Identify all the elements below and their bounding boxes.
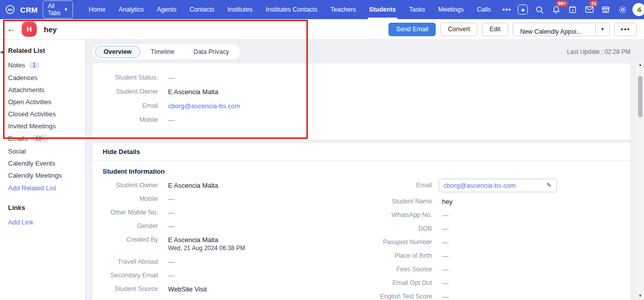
- sidebar-item-invited-meetings[interactable]: Invited Meetings: [8, 123, 85, 129]
- nav-item-calls[interactable]: Calls: [470, 0, 498, 19]
- field-value[interactable]: cborg@ascencia-bs.com: [168, 102, 240, 110]
- send-email-button[interactable]: Send Email: [388, 23, 436, 36]
- field-label: Student Owner: [93, 181, 158, 190]
- field-row-dob: DOB—: [362, 224, 631, 233]
- field-row-other-mobile-no: Other Mobile No.—: [93, 208, 362, 217]
- hide-details-toggle[interactable]: Hide Details: [93, 143, 630, 161]
- calendar-icon: [569, 6, 577, 14]
- gear-icon: [618, 6, 627, 14]
- search-button[interactable]: [533, 3, 546, 16]
- nav-item-meetings[interactable]: Meetings: [432, 0, 470, 19]
- record-tabs: OverviewTimelineData Privacy: [93, 44, 240, 59]
- scroll-down-icon[interactable]: ▼: [638, 291, 642, 300]
- notifications-button[interactable]: 99+: [549, 3, 562, 16]
- links-title: Links: [8, 204, 85, 211]
- field-row-student-source: Student SourceWebSite Visit: [93, 285, 362, 293]
- sidebar-item-label: Calendly Meetings: [8, 172, 62, 179]
- field-label: Fees Source: [362, 265, 432, 274]
- sidebar-item-closed-activities[interactable]: Closed Activities: [8, 111, 85, 117]
- calendar-button[interactable]: [566, 3, 579, 16]
- record-more-actions-button[interactable]: •••: [614, 23, 637, 36]
- field-row-email: Emailcborg@ascencia-bs.com: [93, 102, 630, 110]
- sidebar-item-open-activities[interactable]: Open Activities: [8, 99, 85, 105]
- field-value: —: [168, 116, 175, 124]
- field-label: Student Name: [362, 197, 432, 206]
- sidebar-item-social[interactable]: Social: [8, 148, 85, 155]
- settings-button[interactable]: [616, 3, 629, 16]
- nav-item-home[interactable]: Home: [82, 0, 112, 19]
- nav-menu: HomeAnalyticsAgentsContactsInstitutesIns…: [82, 0, 497, 19]
- field-label: DOB: [362, 224, 432, 233]
- tab-timeline[interactable]: Timeline: [142, 46, 183, 58]
- tab-data-privacy[interactable]: Data Privacy: [185, 46, 237, 58]
- tab-overview[interactable]: Overview: [95, 46, 140, 58]
- back-arrow-icon[interactable]: ←: [7, 24, 16, 34]
- calendly-dropdown-caret[interactable]: ▼: [595, 23, 610, 36]
- all-tabs-dropdown[interactable]: All Tabs▼: [43, 1, 73, 19]
- sidebar-item-emails[interactable]: Emails10+: [8, 135, 85, 142]
- add-link-link[interactable]: Add Link: [8, 218, 85, 226]
- nav-item-students[interactable]: Students: [363, 0, 403, 19]
- field-label: WhatsApp No.: [362, 211, 432, 219]
- edit-button[interactable]: Edit: [482, 23, 508, 36]
- field-value: —: [442, 252, 449, 260]
- field-row-place-of-birth: Place of Birth—: [362, 252, 631, 260]
- new-calendly-appointment-button[interactable]: New Calendly Appoi...: [513, 23, 595, 36]
- edit-pencil-icon[interactable]: ✎: [546, 181, 551, 190]
- record-header: ← H hey Send Email Convert Edit New Cale…: [0, 19, 644, 40]
- nav-item-institutes-contacts[interactable]: Institutes Contacts: [259, 0, 324, 19]
- plus-icon: +: [518, 5, 528, 15]
- sidebar-item-calendly-meetings[interactable]: Calendly Meetings: [8, 172, 85, 179]
- sidebar-item-label: Emails: [8, 135, 28, 142]
- nav-item-teachers[interactable]: Teachers: [324, 0, 363, 19]
- zoho-crm-logo-icon: [5, 5, 15, 15]
- field-value: E Ascencia Malta: [168, 88, 218, 96]
- vertical-scrollbar[interactable]: ▲ ▼: [636, 60, 644, 300]
- field-label: Email: [93, 102, 158, 110]
- email-value[interactable]: cborg@ascencia-bs.com: [444, 181, 516, 190]
- add-related-list-link[interactable]: Add Related List: [8, 184, 85, 192]
- search-icon: [535, 6, 544, 14]
- sidebar-item-calendly-events[interactable]: Calendly Events: [8, 160, 85, 167]
- scroll-up-icon[interactable]: ▲: [638, 60, 642, 69]
- email-edit-field[interactable]: cborg@ascencia-bs.com✎: [439, 179, 557, 192]
- user-avatar[interactable]: [632, 3, 644, 16]
- field-row-email: Emailcborg@ascencia-bs.com✎: [362, 181, 631, 192]
- nav-more-button[interactable]: •••: [498, 6, 517, 14]
- sidebar-item-label: Invited Meetings: [8, 123, 56, 129]
- field-row-mobile: Mobile—: [93, 195, 362, 203]
- sidebar-item-notes[interactable]: Notes1: [8, 61, 85, 69]
- record-detail-panel: OverviewTimelineData Privacy Last Update…: [86, 40, 644, 300]
- record-title: hey: [44, 25, 57, 34]
- nav-item-agents[interactable]: Agents: [150, 0, 183, 19]
- details-card: Hide Details Student Information Student…: [93, 143, 630, 300]
- sidebar-item-label: Attachments: [8, 87, 44, 93]
- sidebar-item-attachments[interactable]: Attachments: [8, 87, 85, 93]
- field-label: Email Opt Out: [362, 279, 432, 287]
- quick-create-button[interactable]: +: [516, 3, 529, 16]
- sidebar-item-label: Cadences: [8, 74, 38, 81]
- field-value: —: [442, 265, 449, 274]
- field-row-student-status: Student Status.—: [93, 73, 630, 82]
- sidebar-item-cadences[interactable]: Cadences: [8, 74, 85, 81]
- convert-button[interactable]: Convert: [440, 23, 477, 36]
- nav-item-contacts[interactable]: Contacts: [183, 0, 221, 19]
- top-navigation: CRM All Tabs▼ HomeAnalyticsAgentsContact…: [0, 0, 644, 19]
- org-logo-icon: [635, 6, 643, 14]
- brand-name: CRM: [20, 6, 38, 14]
- field-value: E Ascencia Malta: [168, 236, 218, 244]
- field-label: Mobile: [93, 116, 158, 124]
- nav-item-analytics[interactable]: Analytics: [112, 0, 150, 19]
- scrollbar-thumb[interactable]: [638, 76, 642, 117]
- field-label: Student Status.: [93, 73, 158, 82]
- marketplace-button[interactable]: [599, 3, 612, 16]
- sidebar-item-count-badge: 1: [29, 61, 39, 69]
- email-button[interactable]: 21: [583, 3, 596, 16]
- nav-item-institutes[interactable]: Institutes: [221, 0, 259, 19]
- sidebar-item-label: Social: [8, 148, 26, 155]
- nav-item-tasks[interactable]: Tasks: [403, 0, 432, 19]
- field-value: —: [442, 292, 449, 300]
- sidebar-collapse-icon[interactable]: ◀: [0, 50, 3, 54]
- field-row-travell-abroad: Travell Abroad—: [93, 258, 362, 266]
- field-value: —: [168, 195, 175, 203]
